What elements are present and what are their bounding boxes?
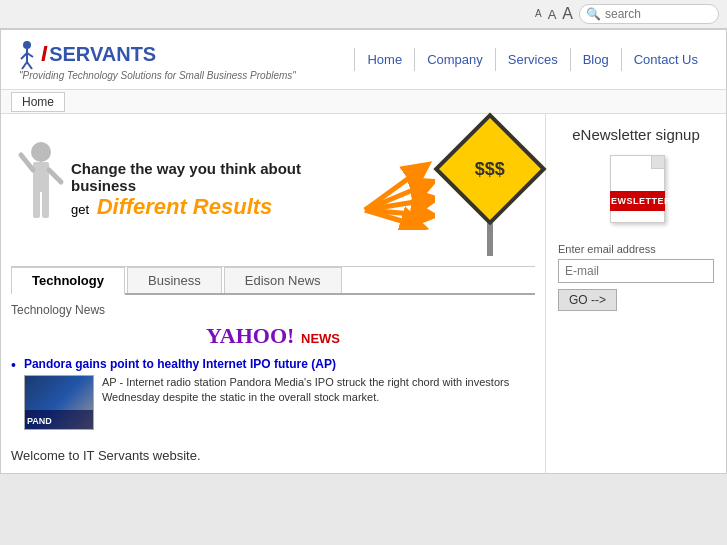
logo-tagline: "Providing Technology Solutions for Smal… — [19, 70, 296, 81]
header: I SERVANTS "Providing Technology Solutio… — [1, 30, 726, 90]
top-bar: A A A 🔍 — [0, 0, 727, 29]
nav-contact[interactable]: Contact Us — [621, 48, 710, 71]
nav-blog[interactable]: Blog — [570, 48, 621, 71]
main-container: I SERVANTS "Providing Technology Solutio… — [0, 29, 727, 474]
road-sign: $$$ — [445, 124, 535, 256]
search-icon: 🔍 — [586, 7, 601, 21]
sign-text: $$$ — [475, 158, 505, 179]
svg-line-11 — [49, 170, 61, 182]
search-bar: 🔍 — [579, 4, 719, 24]
email-field[interactable] — [558, 259, 714, 283]
nav-services[interactable]: Services — [495, 48, 570, 71]
svg-line-10 — [21, 155, 33, 170]
breadcrumb: Home — [1, 90, 726, 114]
logo-i: I — [41, 41, 47, 67]
email-label: Enter email address — [558, 243, 714, 255]
section-label: Technology News — [11, 303, 535, 317]
yahoo-news-label: NEWS — [301, 331, 340, 346]
news-item: • Pandora gains point to healthy Interne… — [11, 357, 535, 430]
tab-bar: Technology Business Edison News — [11, 267, 535, 295]
logo[interactable]: I SERVANTS — [17, 38, 296, 70]
svg-line-4 — [22, 62, 27, 69]
news-snippet: AP - Internet radio station Pandora Medi… — [102, 375, 535, 430]
yahoo-news-header: YAHOO! NEWS — [11, 323, 535, 349]
news-content: Pandora gains point to healthy Internet … — [24, 357, 535, 430]
svg-point-6 — [31, 142, 51, 162]
diamond-sign: $$$ — [433, 112, 546, 225]
nav-menu: Home Company Services Blog Contact Us — [354, 48, 710, 71]
news-headline[interactable]: Pandora gains point to healthy Internet … — [24, 357, 535, 371]
arrows-icon — [345, 150, 435, 230]
newsletter-icon: NEWSLETTER — [558, 155, 714, 227]
font-size-small[interactable]: A — [535, 9, 542, 19]
hero-line1: Change the way you think about business — [71, 160, 345, 194]
news-thumbnail: PAND — [24, 375, 94, 430]
tab-edison-news[interactable]: Edison News — [224, 267, 342, 293]
welcome-text: Welcome to IT Servants website. — [11, 448, 535, 463]
news-bullet: • — [11, 357, 16, 373]
sidebar: eNewsletter signup NEWSLETTER Enter emai… — [546, 114, 726, 473]
nav-home[interactable]: Home — [354, 48, 414, 71]
hero-person-icon — [11, 140, 71, 240]
tab-technology[interactable]: Technology — [11, 267, 125, 295]
content-area: Change the way you think about business … — [1, 114, 726, 473]
main-content: Change the way you think about business … — [1, 114, 546, 473]
tab-content: Technology News YAHOO! NEWS • Pandora ga… — [11, 295, 535, 438]
hero-highlight: Different Results — [97, 194, 273, 219]
hero-banner: Change the way you think about business … — [11, 124, 535, 256]
hero-get: get — [71, 202, 89, 217]
svg-rect-8 — [33, 190, 40, 218]
font-size-large[interactable]: A — [562, 6, 573, 22]
logo-area: I SERVANTS "Providing Technology Solutio… — [17, 38, 296, 81]
doc-icon: NEWSLETTER — [606, 155, 666, 227]
breadcrumb-home[interactable]: Home — [11, 92, 65, 112]
go-button[interactable]: GO --> — [558, 289, 617, 311]
search-input[interactable] — [605, 7, 715, 21]
svg-line-5 — [27, 62, 32, 69]
newsletter-label: NEWSLETTER — [610, 191, 665, 211]
hero-line2: get Different Results — [71, 194, 345, 220]
hero-text: Change the way you think about business … — [71, 160, 345, 220]
svg-rect-7 — [33, 162, 49, 192]
font-size-medium[interactable]: A — [548, 8, 557, 21]
thumb-label: PAND — [27, 416, 52, 426]
logo-person-icon — [17, 40, 37, 70]
tab-business[interactable]: Business — [127, 267, 222, 293]
logo-name: SERVANTS — [49, 43, 156, 66]
svg-rect-9 — [42, 190, 49, 218]
tabs-section: Technology Business Edison News Technolo… — [11, 266, 535, 438]
svg-point-0 — [23, 41, 31, 49]
enewsletter-title: eNewsletter signup — [558, 126, 714, 143]
nav-company[interactable]: Company — [414, 48, 495, 71]
yahoo-logo: YAHOO! — [206, 323, 294, 348]
email-section: Enter email address GO --> — [558, 243, 714, 311]
doc-page — [610, 155, 665, 223]
